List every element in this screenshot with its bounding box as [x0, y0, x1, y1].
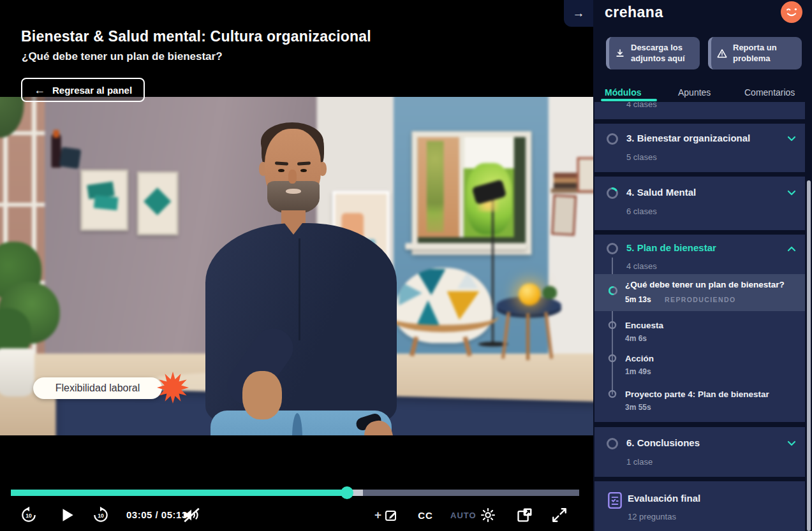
chevron-up-icon[interactable]: [787, 245, 796, 252]
module-title: 5. Plan de bienestar: [626, 242, 716, 253]
module-meta: 4 clases: [626, 102, 657, 109]
tab-comments[interactable]: Comentarios: [744, 87, 795, 98]
lesson-progress-circle: [608, 321, 617, 330]
module-card-4[interactable]: 4. Salud Mental 6 clases: [594, 177, 805, 230]
wall-art-frame-right: [137, 171, 178, 235]
module-title: 3. Bienestar organizacional: [626, 133, 750, 143]
plant-pot: [0, 349, 34, 396]
ball-lamp: [519, 284, 541, 306]
download-icon: [614, 48, 626, 59]
back-button-label: Regresar al panel: [52, 85, 132, 96]
rewind-10-button[interactable]: 10: [19, 506, 38, 525]
tab-modules[interactable]: Módulos: [605, 87, 642, 98]
small-frame: [577, 157, 593, 193]
gear-icon: [480, 507, 496, 523]
video-frame[interactable]: Flexibilidad laboral: [0, 97, 593, 435]
rewind-10-icon: 10: [20, 506, 38, 524]
table-leg: [526, 313, 529, 360]
module-progress-circle: [606, 133, 619, 145]
sidebar-scrollbar[interactable]: [807, 180, 811, 531]
dark-decor-object: [59, 147, 82, 169]
lesson-item[interactable]: Proyecto parte 4: Plan de bienestar 3m 5…: [594, 389, 805, 420]
mini-plant: [543, 286, 557, 299]
presenter-nose: [288, 170, 297, 184]
muted-volume-icon: [182, 507, 201, 523]
lesson-title: Encuesta: [625, 321, 663, 330]
progress-bar[interactable]: [11, 490, 579, 496]
window: [412, 131, 532, 255]
player-controls: 10 10 03:05 / 05:13: [0, 435, 593, 531]
fullscreen-icon: [551, 507, 568, 523]
lesson-status-playing: REPRODUCIENDO: [665, 296, 736, 303]
scrolled-module-fragment[interactable]: 4 clases: [594, 102, 805, 119]
module-list: 4 clases 3. Bienestar organizacional 5 c…: [593, 101, 812, 531]
course-sidebar: → crehana Descarga los adjuntos aquí: [593, 0, 812, 531]
download-attachments-button[interactable]: Descarga los adjuntos aquí: [606, 37, 700, 69]
forward-10-button[interactable]: 10: [91, 506, 110, 525]
presenter-eye: [300, 169, 307, 172]
tab-notes[interactable]: Apuntes: [678, 87, 711, 98]
presenter-hand-gesture: [242, 371, 282, 419]
pip-icon: [516, 506, 534, 524]
shell-chair: [392, 268, 495, 356]
progress-knob[interactable]: [341, 486, 353, 499]
collapse-sidebar-button[interactable]: →: [564, 0, 593, 27]
user-avatar[interactable]: [781, 1, 802, 23]
course-title: Bienestar & Salud mental: Cultura organi…: [21, 28, 371, 45]
lesson-title: Acción: [625, 354, 654, 363]
final-evaluation-card[interactable]: Evaluación final 12 preguntas: [594, 481, 805, 531]
settings-button[interactable]: [478, 506, 498, 525]
report-problem-button[interactable]: Reporta un problema: [708, 37, 802, 69]
mute-button[interactable]: [182, 506, 201, 525]
chair-triangle: [457, 272, 478, 289]
crehana-logo: crehana: [605, 4, 663, 21]
crehana-course-player: Bienestar & Salud mental: Cultura organi…: [0, 0, 812, 531]
module-card-6[interactable]: 6. Conclusiones 1 clase: [594, 427, 805, 477]
bottle-cap: [54, 130, 59, 138]
module-meta: 1 clase: [626, 457, 653, 467]
evaluation-title: Evaluación final: [628, 493, 700, 504]
pip-button[interactable]: [515, 506, 535, 525]
caption-text: Flexibilidad laboral: [55, 382, 140, 394]
captions-button[interactable]: CC: [416, 506, 435, 525]
fullscreen-button[interactable]: [550, 506, 569, 525]
module-title: 4. Salud Mental: [626, 187, 696, 198]
svg-text:10: 10: [26, 513, 32, 519]
module-card-5[interactable]: 5. Plan de bienestar 4 clases ¿Qué debe …: [594, 235, 805, 422]
plus-icon: +: [374, 508, 381, 522]
play-icon: [59, 507, 75, 523]
lesson-item[interactable]: Encuesta 4m 6s: [594, 321, 805, 351]
lesson-item-current[interactable]: ¿Qué debe tener un plan de bienestar? 5m…: [594, 274, 805, 311]
starburst-icon: [157, 372, 189, 404]
module-progress-circle: [606, 187, 619, 200]
lesson-progress-circle: [608, 389, 617, 398]
chevron-down-icon[interactable]: [787, 136, 796, 142]
module-meta: 6 clases: [626, 207, 657, 216]
back-to-panel-button[interactable]: ← Regresar al panel: [21, 78, 145, 102]
lesson-item[interactable]: Acción 1m 49s: [594, 354, 805, 384]
wall-art-frame-left: [80, 170, 128, 231]
lesson-subtitle: ¿Qué debe tener un plan de bienestar?: [22, 50, 223, 63]
svg-text:10: 10: [98, 513, 104, 519]
progress-played: [11, 490, 346, 496]
report-button-label: Reporta un problema: [733, 43, 797, 64]
lesson-progress-circle: [608, 286, 618, 296]
evaluation-document-icon: [607, 491, 623, 509]
quality-label[interactable]: AUTO: [450, 511, 476, 520]
chevron-down-icon[interactable]: [787, 190, 796, 196]
warning-icon: [716, 48, 728, 59]
play-button[interactable]: [57, 506, 77, 525]
video-player: Bienestar & Salud mental: Cultura organi…: [0, 0, 593, 531]
captions-icon: CC: [418, 510, 433, 521]
forward-10-icon: 10: [92, 506, 110, 524]
module-card-3[interactable]: 3. Bienestar organizacional 5 clases: [594, 124, 805, 172]
lesson-duration: 4m 6s: [625, 334, 647, 343]
chevron-down-icon[interactable]: [787, 440, 796, 447]
module-meta: 5 clases: [626, 152, 657, 162]
window-divider: [459, 137, 464, 237]
back-arrow-icon: ←: [34, 84, 45, 96]
art-shape: [94, 195, 119, 210]
add-note-button[interactable]: +: [372, 506, 401, 525]
presenter: [191, 122, 402, 435]
module-title: 6. Conclusiones: [626, 437, 700, 448]
